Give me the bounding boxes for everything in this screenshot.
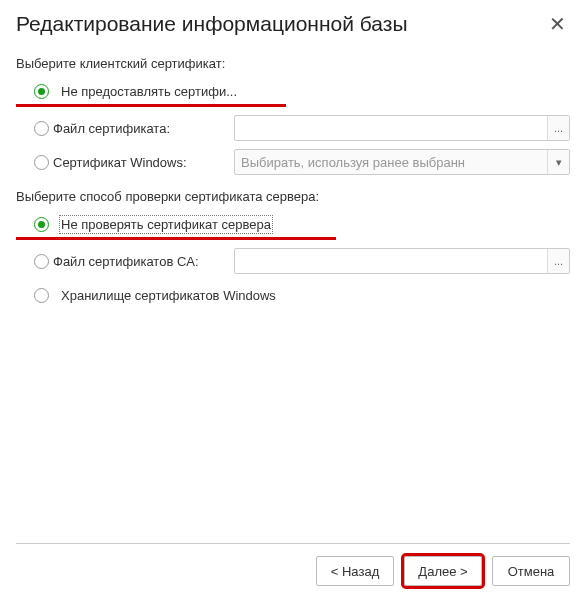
server-cert-section-label: Выберите способ проверки сертификата сер…: [16, 189, 570, 204]
radio-label-server-cert-ca-file: Файл сертификатов CA:: [53, 254, 199, 269]
client-cert-opt-windows-row: Сертификат Windows: ▾: [16, 149, 570, 175]
radio-server-cert-none[interactable]: [34, 217, 49, 232]
server-cert-opt-windows-row: Хранилище сертификатов Windows: [16, 282, 570, 308]
server-cert-ca-file-field: ...: [234, 248, 570, 274]
radio-client-cert-none[interactable]: [34, 84, 49, 99]
radio-server-cert-ca-file[interactable]: [34, 254, 49, 269]
radio-label-server-cert-windows-store: Хранилище сертификатов Windows: [61, 288, 276, 303]
radio-client-cert-windows[interactable]: [34, 155, 49, 170]
client-cert-section-label: Выберите клиентский сертификат:: [16, 56, 570, 71]
ellipsis-icon[interactable]: ...: [547, 249, 569, 273]
chevron-down-icon[interactable]: ▾: [547, 150, 569, 174]
radio-label-client-cert-windows: Сертификат Windows:: [53, 155, 187, 170]
radio-label-client-cert-none: Не предоставлять сертифи...: [61, 84, 237, 99]
server-cert-opt-ca-row: Файл сертификатов CA: ...: [16, 248, 570, 274]
dialog-content: Выберите клиентский сертификат: Не предо…: [16, 50, 570, 543]
server-cert-ca-file-input[interactable]: [235, 249, 547, 273]
close-icon[interactable]: ✕: [545, 12, 570, 36]
back-button[interactable]: < Назад: [316, 556, 394, 586]
client-cert-file-input[interactable]: [235, 116, 547, 140]
dialog-title: Редактирование информационной базы: [16, 12, 407, 36]
ellipsis-icon[interactable]: ...: [547, 116, 569, 140]
client-cert-windows-field: ▾: [234, 149, 570, 175]
radio-label-server-cert-none: Не проверять сертификат сервера: [61, 217, 271, 232]
client-cert-windows-select[interactable]: [235, 150, 547, 174]
client-cert-file-field: ...: [234, 115, 570, 141]
server-cert-opt-none-row: Не проверять сертификат сервера: [16, 214, 336, 240]
radio-server-cert-windows-store[interactable]: [34, 288, 49, 303]
next-button[interactable]: Далее >: [404, 556, 482, 586]
content-spacer: [16, 312, 570, 543]
client-cert-opt-none-row: Не предоставлять сертифи...: [16, 81, 286, 107]
dialog-header: Редактирование информационной базы ✕: [16, 12, 570, 36]
radio-label-client-cert-file: Файл сертификата:: [53, 121, 170, 136]
cancel-button[interactable]: Отмена: [492, 556, 570, 586]
dialog-footer: < Назад Далее > Отмена: [16, 543, 570, 586]
radio-client-cert-file[interactable]: [34, 121, 49, 136]
client-cert-opt-file-row: Файл сертификата: ...: [16, 115, 570, 141]
dialog-edit-infobase: Редактирование информационной базы ✕ Выб…: [0, 0, 586, 600]
